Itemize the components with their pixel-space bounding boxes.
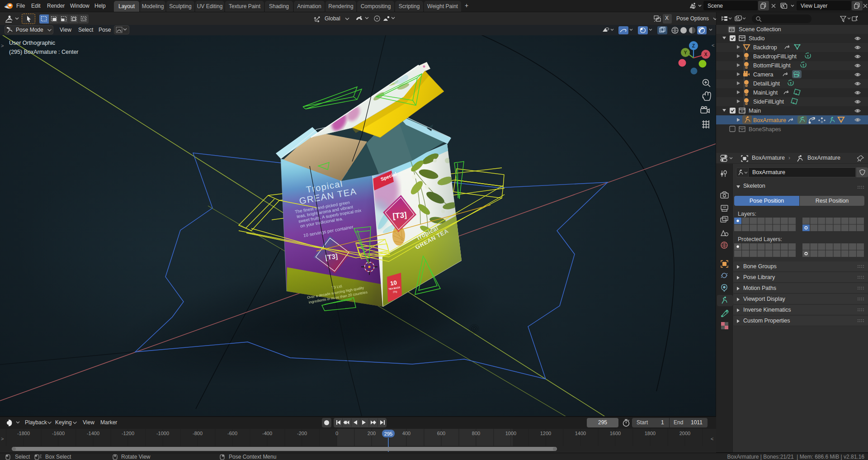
svg-text:BottomFillLight: BottomFillLight	[753, 62, 791, 69]
svg-text:DetailLight: DetailLight	[753, 81, 780, 87]
svg-text:Main: Main	[749, 108, 761, 114]
svg-text:BoxArmature: BoxArmature	[753, 117, 786, 123]
svg-text:Backdrop: Backdrop	[753, 44, 777, 51]
svg-text:1800: 1800	[645, 431, 656, 436]
svg-text:200: 200	[368, 431, 376, 436]
svg-text:295: 295	[384, 431, 392, 436]
svg-text:-1800: -1800	[17, 431, 30, 436]
svg-text:Y: Y	[684, 50, 687, 55]
svg-text:800: 800	[472, 431, 480, 436]
svg-text:-400: -400	[262, 431, 272, 436]
svg-text:SideFillLight: SideFillLight	[753, 99, 784, 105]
svg-text:0: 0	[335, 431, 338, 436]
svg-text:1600: 1600	[610, 431, 621, 436]
svg-text:>: >	[1, 436, 4, 441]
svg-text:Scene Collection: Scene Collection	[739, 26, 781, 33]
svg-text:Camera: Camera	[753, 71, 774, 78]
svg-text:-200: -200	[297, 431, 307, 436]
svg-text:<: <	[712, 43, 714, 48]
svg-text:BackdropFillLight: BackdropFillLight	[753, 53, 797, 60]
svg-text:1400: 1400	[575, 431, 586, 436]
svg-text:Studio: Studio	[749, 35, 764, 42]
svg-text:-600: -600	[227, 431, 237, 436]
svg-text:2000: 2000	[679, 431, 690, 436]
svg-text:1200: 1200	[540, 431, 551, 436]
svg-text:<: <	[711, 436, 713, 441]
svg-text:-1600: -1600	[52, 431, 65, 436]
svg-text:-1200: -1200	[122, 431, 134, 436]
svg-text:>: >	[1, 43, 4, 48]
svg-text:1000: 1000	[505, 431, 516, 436]
svg-text:-1000: -1000	[156, 431, 169, 436]
svg-text:MainLight: MainLight	[753, 90, 778, 96]
svg-text:BoneShapes: BoneShapes	[749, 126, 781, 133]
svg-text:-800: -800	[193, 431, 203, 436]
svg-text:X: X	[704, 52, 708, 57]
svg-text:600: 600	[437, 431, 445, 436]
svg-text:-1400: -1400	[87, 431, 99, 436]
svg-text:Z: Z	[692, 43, 695, 48]
svg-text:400: 400	[402, 431, 410, 436]
